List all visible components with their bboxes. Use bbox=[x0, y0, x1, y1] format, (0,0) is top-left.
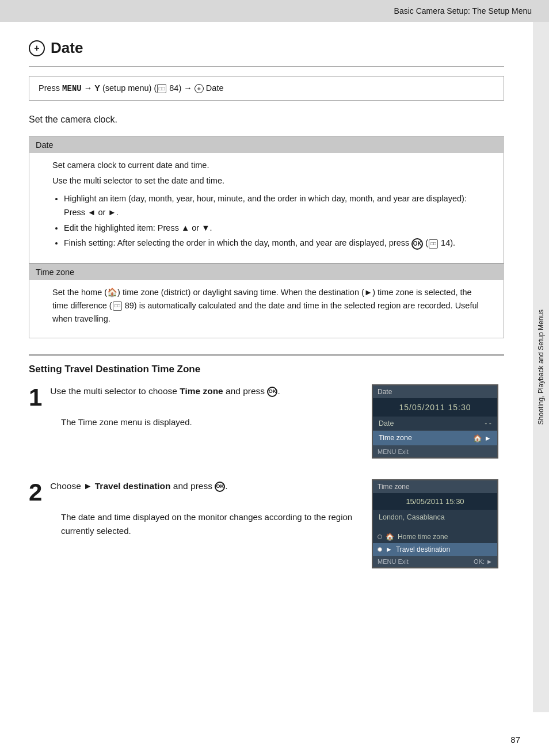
menu-keyword: MENU bbox=[62, 84, 82, 93]
date-line2: Use the multi selector to set the date a… bbox=[52, 174, 481, 188]
step-1-container: 1 Use the multi selector to choose Time … bbox=[29, 384, 504, 459]
step-1-instruction-end: and press OK. bbox=[223, 386, 280, 396]
step-2-arrow: ► bbox=[83, 481, 95, 491]
menu-path-page: 84) → bbox=[167, 83, 195, 93]
page-ref-inline: □□ bbox=[429, 239, 438, 249]
step-2-text: 2 Choose ► Travel destination and press … bbox=[29, 479, 358, 505]
step-1-note-bold: Time zone bbox=[78, 417, 118, 427]
timezone-text: Set the home (🏠) time zone (district) or… bbox=[52, 286, 481, 326]
page-title-section: + Date bbox=[29, 39, 504, 57]
ok-icon-inline: OK bbox=[411, 238, 423, 250]
cam2-bullet-travel bbox=[378, 547, 382, 552]
page-title: Date bbox=[51, 39, 83, 57]
cam1-item-date: Date - - bbox=[373, 417, 497, 431]
cam2-footer-right: OK: ► bbox=[474, 558, 493, 565]
cam2-home-icon: 🏠 bbox=[386, 533, 394, 541]
page-ref-box: □□ bbox=[157, 84, 166, 93]
table-section: Date Set camera clock to current date an… bbox=[29, 136, 504, 338]
camera-screen-1: Date 15/05/2011 15:30 Date - - Time zone… bbox=[372, 384, 498, 459]
menu-date-icon: + bbox=[195, 84, 204, 93]
step-1-instruction-plain: Use the multi selector to choose bbox=[50, 386, 180, 396]
page-number: 87 bbox=[510, 735, 520, 744]
cam2-footer: MENU Exit OK: ► bbox=[373, 556, 497, 567]
section-heading: Setting Travel Destination Time Zone bbox=[29, 354, 504, 375]
cam1-item-date-value: - - bbox=[485, 419, 491, 427]
date-icon: + bbox=[29, 40, 45, 56]
menu-path-setup: (setup menu) ( bbox=[100, 83, 157, 93]
step-2-left: 2 Choose ► Travel destination and press … bbox=[29, 479, 358, 538]
step-1-left: 1 Use the multi selector to choose Time … bbox=[29, 384, 358, 429]
step-2-ok-icon: OK bbox=[215, 482, 225, 492]
date-bullet-3: Finish setting: After selecting the orde… bbox=[64, 236, 481, 250]
cam2-location: London, Casablanca bbox=[373, 510, 497, 525]
date-bullet-1: Highlight an item (day, month, year, hou… bbox=[64, 192, 481, 220]
setup-icon: Y bbox=[94, 83, 100, 93]
table-content-timezone: Set the home (🏠) time zone (district) or… bbox=[29, 280, 504, 338]
table-content-date: Set camera clock to current date and tim… bbox=[29, 153, 504, 264]
title-divider bbox=[29, 66, 504, 67]
camera-screen-2: Time zone 15/05/2011 15:30 London, Casab… bbox=[372, 479, 498, 568]
menu-arrow1: → bbox=[82, 83, 95, 93]
step-2-end: and press OK. bbox=[171, 481, 228, 491]
cam1-footer-text: MENU Exit bbox=[378, 448, 409, 455]
side-label: Shooting, Playback and Setup Menus bbox=[533, 22, 549, 712]
cam2-travel-label: Travel destination bbox=[396, 545, 450, 553]
header-bar: Basic Camera Setup: The Setup Menu bbox=[0, 0, 549, 22]
cam1-date: 15/05/2011 15:30 bbox=[373, 398, 497, 417]
cam1-footer: MENU Exit bbox=[373, 446, 497, 457]
subtitle: Set the camera clock. bbox=[29, 114, 504, 125]
step-2-bold: Travel destination bbox=[95, 481, 171, 491]
cam2-option-travel: ► Travel destination bbox=[373, 543, 497, 556]
step-1-note: The Time zone menu is displayed. bbox=[29, 415, 358, 429]
cam2-spacer bbox=[373, 525, 497, 530]
cam1-item-timezone: Time zone 🏠 ► bbox=[373, 431, 497, 446]
step-1-screen: Date 15/05/2011 15:30 Date - - Time zone… bbox=[372, 384, 504, 459]
table-header-timezone: Time zone bbox=[29, 264, 504, 280]
cam2-bullet-home bbox=[378, 534, 382, 539]
cam1-item-tz-label: Time zone bbox=[379, 434, 412, 442]
step-2-container: 2 Choose ► Travel destination and press … bbox=[29, 479, 504, 568]
step-2-prefix: Choose bbox=[50, 481, 83, 491]
step-1-instruction-bold: Time zone bbox=[180, 386, 223, 396]
step-2-number: 2 bbox=[29, 480, 42, 505]
step-1-number: 1 bbox=[29, 385, 42, 410]
date-bullets: Highlight an item (day, month, year, hou… bbox=[64, 192, 481, 251]
side-label-text: Shooting, Playback and Setup Menus bbox=[537, 310, 545, 425]
cam1-item-date-label: Date bbox=[379, 419, 394, 427]
cam2-travel-icon: ► bbox=[386, 545, 392, 553]
table-header-date: Date bbox=[29, 136, 504, 153]
cam2-title: Time zone bbox=[373, 480, 497, 493]
cam2-home-label: Home time zone bbox=[398, 533, 448, 541]
step-2-screen: Time zone 15/05/2011 15:30 London, Casab… bbox=[372, 479, 504, 568]
header-title: Basic Camera Setup: The Setup Menu bbox=[394, 6, 532, 16]
cam1-item-tz-value: 🏠 ► bbox=[473, 434, 491, 442]
cam2-date: 15/05/2011 15:30 bbox=[373, 493, 497, 510]
cam1-title: Date bbox=[373, 385, 497, 398]
cam2-footer-left: MENU Exit bbox=[378, 558, 409, 565]
cam2-option-home: 🏠 Home time zone bbox=[373, 530, 497, 543]
menu-path-prefix: Press bbox=[39, 83, 62, 93]
date-line1: Set camera clock to current date and tim… bbox=[52, 159, 481, 172]
menu-path-suffix: Date bbox=[204, 83, 224, 93]
step-2-note: The date and time displayed on the monit… bbox=[29, 510, 358, 538]
menu-path-box: Press MENU → Y (setup menu) (□□ 84) → + … bbox=[29, 76, 504, 101]
step-1-text: 1 Use the multi selector to choose Time … bbox=[29, 384, 358, 410]
ref-box-89: □□ bbox=[113, 301, 122, 311]
main-content: + Date Press MENU → Y (setup menu) (□□ 8… bbox=[0, 22, 533, 624]
date-bullet-2: Edit the highlighted item: Press ▲ or ▼. bbox=[64, 221, 481, 235]
step-1-ok-icon: OK bbox=[267, 387, 277, 397]
